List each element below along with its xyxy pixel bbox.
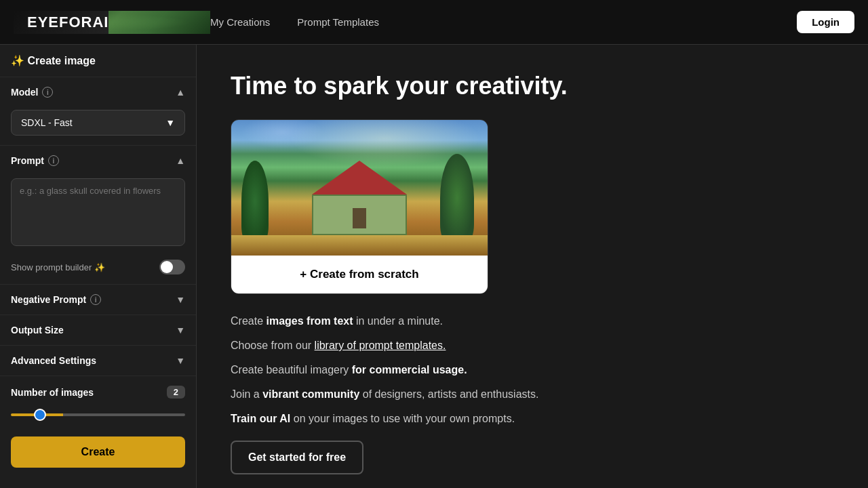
model-value: SDXL - Fast <box>21 117 73 128</box>
advanced-settings-chevron-icon: ▼ <box>176 355 185 366</box>
num-images-label-row: Number of images 2 <box>11 386 185 399</box>
navbar: EYEFORAI My Creations Prompt Templates L… <box>0 0 868 45</box>
advanced-settings-section: Advanced Settings ▼ <box>0 346 196 376</box>
model-dropdown[interactable]: SDXL - Fast ▼ <box>11 110 185 136</box>
desc-line-1: Create images from text in under a minut… <box>231 313 834 329</box>
prompt-section: Prompt i ▲ Show prompt builder ✨ <box>0 146 196 285</box>
model-dropdown-chevron-icon: ▼ <box>165 117 175 128</box>
model-section: Model i ▲ SDXL - Fast ▼ <box>0 77 196 146</box>
num-images-badge: 2 <box>167 386 185 399</box>
prompt-builder-row: Show prompt builder ✨ <box>0 256 196 284</box>
prompt-chevron-icon: ▲ <box>176 155 185 166</box>
output-size-chevron-icon: ▼ <box>176 325 185 336</box>
sidebar-header: ✨ Create image <box>0 45 196 77</box>
model-info-icon[interactable]: i <box>42 87 53 98</box>
create-from-scratch-card[interactable]: + Create from scratch <box>231 119 488 294</box>
get-started-button[interactable]: Get started for free <box>231 441 363 474</box>
sidebar: ✨ Create image Model i ▲ SDXL - Fast ▼ P… <box>0 45 197 488</box>
logo-area: EYEFORAI <box>14 11 210 34</box>
negative-prompt-section: Negative Prompt i ▼ <box>0 285 196 315</box>
card-image <box>231 120 488 256</box>
model-chevron-icon: ▲ <box>176 87 185 98</box>
brand-logo: EYEFORAI <box>14 11 108 34</box>
desc-line-2: Choose from our library of prompt templa… <box>231 338 834 354</box>
model-section-header[interactable]: Model i ▲ <box>0 77 196 107</box>
page-title: Time to spark your creativity. <box>231 72 834 100</box>
negative-prompt-label: Negative Prompt i <box>11 294 101 305</box>
main-layout: ✨ Create image Model i ▲ SDXL - Fast ▼ P… <box>0 45 868 488</box>
desc-bold-4: vibrant community <box>262 388 359 400</box>
advanced-settings-label: Advanced Settings <box>11 355 96 366</box>
desc-line-5: Train our AI on your images to use with … <box>231 411 834 427</box>
prompt-templates-link[interactable]: library of prompt templates. <box>315 340 446 351</box>
desc-line-3: Create beautiful imagery for commercial … <box>231 362 834 378</box>
description-lines: Create images from text in under a minut… <box>231 313 834 427</box>
create-button[interactable]: Create <box>11 436 185 468</box>
advanced-settings-header[interactable]: Advanced Settings ▼ <box>0 346 196 375</box>
main-content: Time to spark your creativity. <box>197 45 868 488</box>
desc-bold-3: for commercial usage. <box>352 364 467 375</box>
prompt-section-header[interactable]: Prompt i ▲ <box>0 146 196 176</box>
toggle-knob <box>161 261 173 273</box>
prompt-label: Prompt i <box>11 155 59 166</box>
output-size-label: Output Size <box>11 325 64 336</box>
desc-bold-1: images from text <box>266 315 353 327</box>
negative-prompt-header[interactable]: Negative Prompt i ▼ <box>0 285 196 314</box>
login-button[interactable]: Login <box>797 11 854 33</box>
create-from-scratch-button[interactable]: + Create from scratch <box>231 256 488 293</box>
negative-prompt-info-icon[interactable]: i <box>90 294 101 305</box>
output-size-header[interactable]: Output Size ▼ <box>0 315 196 345</box>
prompt-builder-label: Show prompt builder ✨ <box>11 262 105 272</box>
nav-prompt-templates[interactable]: Prompt Templates <box>297 16 379 28</box>
negative-prompt-chevron-icon: ▼ <box>176 294 185 305</box>
prompt-input[interactable] <box>11 178 185 246</box>
nav-links: My Creations Prompt Templates <box>210 16 797 28</box>
nav-my-creations[interactable]: My Creations <box>210 16 270 28</box>
desc-bold-5: Train our AI <box>231 413 290 424</box>
num-images-slider[interactable] <box>11 413 185 416</box>
prompt-builder-toggle[interactable] <box>159 260 185 274</box>
num-images-text: Number of images <box>11 387 94 398</box>
prompt-info-icon[interactable]: i <box>48 155 59 166</box>
output-size-section: Output Size ▼ <box>0 315 196 346</box>
num-images-section: Number of images 2 <box>0 376 196 428</box>
desc-line-4: Join a vibrant community of designers, a… <box>231 386 834 403</box>
model-label: Model i <box>11 87 53 98</box>
